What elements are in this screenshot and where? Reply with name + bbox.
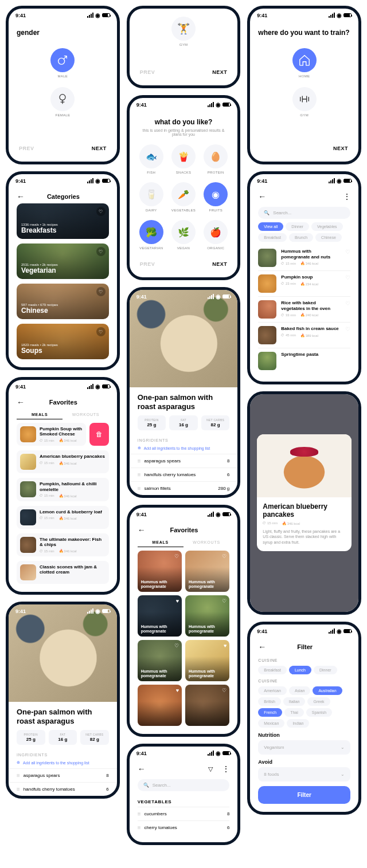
recipe-image	[257, 434, 352, 497]
filter-pill[interactable]: Spanish	[306, 708, 332, 717]
macro-stat: PROTEIN25 g	[17, 730, 45, 745]
search-input[interactable]: 🔍Search...	[138, 779, 230, 791]
add-all-button[interactable]: ⊕Add all ingridients to the shopping lis…	[9, 759, 117, 768]
filter-pill[interactable]: Dinner	[314, 666, 337, 674]
more-icon[interactable]: ⋮	[343, 192, 350, 201]
select-avoid[interactable]: 8 foods⌄	[258, 767, 350, 781]
option-fruits[interactable]: ◉FRUITS	[202, 182, 229, 212]
favorite-icon[interactable]: ♡	[96, 327, 106, 336]
list-item[interactable]: American blueberry pancakes⏱ 15 min🔥 346…	[17, 450, 109, 473]
list-item[interactable]: Classic scones with jam & clotted cream	[17, 561, 109, 584]
option-home[interactable]: home	[292, 48, 317, 78]
back-button[interactable]: ←	[17, 398, 25, 407]
plus-icon: ⊕	[17, 760, 20, 765]
tab-meals[interactable]: MEALS	[17, 413, 63, 419]
filter-pill[interactable]: Italian	[283, 697, 306, 706]
filter-icon[interactable]: ▽	[208, 765, 213, 773]
back-button[interactable]: ←	[258, 642, 266, 651]
next-button[interactable]: NEXT	[212, 69, 227, 75]
grid-card[interactable]: ♡Hummus with pomegranate	[185, 551, 229, 592]
category-card[interactable]: ♡1336 meals • 1k recipesBreakfasts	[17, 203, 109, 239]
filter-pill[interactable]: Thai	[284, 708, 304, 717]
prev-button[interactable]: PREV	[140, 69, 155, 75]
list-item[interactable]: Springtime pasta	[258, 348, 350, 374]
filter-pill[interactable]: Breakfast	[258, 233, 287, 242]
recipe-title: American blueberry pancakes	[263, 503, 346, 519]
option-dairy[interactable]: 🥛DAIRY	[138, 182, 165, 212]
favorite-icon[interactable]: ♡	[96, 287, 106, 296]
filter-pill[interactable]: Breakfast	[258, 666, 287, 674]
favorite-icon[interactable]: ♡	[96, 207, 106, 216]
tab-workouts[interactable]: WORKOUTS	[63, 413, 108, 419]
favorite-icon[interactable]: ♡	[174, 553, 179, 559]
tab-workouts[interactable]: WORKOUTS	[184, 540, 229, 547]
next-button[interactable]: NEXT	[92, 146, 107, 151]
grid-card[interactable]: ♡	[185, 685, 229, 726]
list-item[interactable]: Lemon curd & blueberry loaf⏱ 15 min🔥 346…	[17, 506, 109, 529]
delete-button[interactable]: 🗑	[89, 423, 109, 446]
filter-pill[interactable]: American	[258, 686, 287, 695]
filter-pill[interactable]: Vegetables	[311, 222, 343, 231]
next-button[interactable]: NEXT	[212, 261, 227, 267]
category-card[interactable]: ♡2531 meals • 2k recipesVegetarian	[17, 243, 109, 279]
filter-button[interactable]: Filter	[258, 786, 350, 804]
select-nutrition[interactable]: Veganism⌄	[258, 740, 350, 755]
grid-card[interactable]: ♡Hummus with pomegranate	[138, 551, 182, 592]
option-vegetables[interactable]: 🥕VEGETABLES	[170, 182, 197, 212]
option-organic[interactable]: 🍎ORGANIC	[202, 220, 229, 250]
option-vegan[interactable]: 🌿VEGAN	[170, 220, 197, 250]
back-button[interactable]: ←	[138, 525, 146, 535]
list-item[interactable]: Pumpkin soup⏱ 23 min🔥 234 kcal♡	[258, 271, 350, 297]
list-item[interactable]: Pumpkin, halloumi & chilli omelette⏱ 15 …	[17, 478, 109, 501]
screen-recipe-modal: American blueberry pancakes ⏱ 15 min🔥 34…	[247, 391, 361, 615]
grid-card[interactable]: ♡Hummus with pomegranate	[138, 640, 182, 681]
filter-pill[interactable]: British	[258, 697, 280, 706]
tab-meals[interactable]: MEALS	[138, 540, 184, 547]
more-icon[interactable]: ⋮	[222, 764, 229, 773]
option-female[interactable]: female	[50, 87, 75, 117]
filter-pill[interactable]: View all	[258, 222, 283, 231]
category-card[interactable]: ♡587 meals • 679 recipesChinese	[17, 284, 109, 319]
macro-stat: FAT16 g	[169, 415, 198, 430]
section-heading: VEGETABLES	[138, 795, 230, 807]
filter-pill[interactable]: Chinese	[315, 233, 342, 242]
filter-pill[interactable]: Mexican	[258, 719, 284, 728]
option-fish[interactable]: 🐟FISH	[138, 144, 165, 174]
list-item[interactable]: Baked fish in cream sauce⏱ 45 min🔥 389 k…	[258, 323, 350, 348]
list-item[interactable]: Pumpkin Soup with Smoked Cheese⏱ 15 min🔥…	[17, 423, 86, 446]
back-button[interactable]: ←	[17, 192, 25, 201]
option-male[interactable]: male	[50, 48, 75, 78]
next-button[interactable]: NEXT	[333, 146, 348, 151]
favorite-icon[interactable]: ♡	[345, 249, 350, 255]
option-gym[interactable]: 🏋gym	[138, 17, 230, 46]
grid-card[interactable]: ♡Hummus with pomegranate	[185, 595, 229, 637]
prev-button[interactable]: PREV	[140, 261, 155, 267]
list-item[interactable]: Hummus with pomegranate and nuts⏱ 15 min…	[258, 245, 350, 271]
list-item[interactable]: Rice with baked vegetables in the oven⏱ …	[258, 297, 350, 323]
back-button[interactable]: ←	[258, 192, 266, 201]
filter-pill[interactable]: Australian	[313, 686, 342, 695]
add-all-button[interactable]: ⊕Add all ingridients to the shopping lis…	[130, 445, 238, 454]
filter-pill[interactable]: Indian	[287, 719, 309, 728]
svg-point-1	[60, 95, 65, 100]
prev-button[interactable]: PREV	[19, 146, 34, 151]
option-protein[interactable]: 🥚PROTEIN	[202, 144, 229, 174]
screen-search-ingredients: 9:41◉ ←▽⋮ 🔍Search... VEGETABLES ≡cucumbe…	[127, 744, 241, 845]
option-snacks[interactable]: 🍟SNACKS	[170, 144, 197, 174]
option-gym[interactable]: gym	[292, 87, 317, 117]
grid-card[interactable]: ♥Hummus with pomegranate	[138, 595, 182, 637]
option-vegetarian[interactable]: 🥦VEGETARIAN	[138, 220, 165, 250]
back-button[interactable]: ←	[138, 764, 146, 773]
list-item[interactable]: The ultimate makeover: Fish & chips⏱ 15 …	[17, 533, 109, 556]
favorite-icon[interactable]: ♡	[96, 247, 106, 256]
filter-pill[interactable]: Lunch	[289, 666, 311, 674]
filter-pill[interactable]: Dinner	[286, 222, 309, 231]
category-card[interactable]: ♡1823 meals • 2k recipesSoups	[17, 324, 109, 359]
grid-card[interactable]: ♥	[138, 685, 182, 726]
grid-card[interactable]: ♥Hummus with pomegranate	[185, 640, 229, 681]
filter-pill[interactable]: Asian	[289, 686, 311, 695]
filter-pill[interactable]: Greek	[307, 697, 330, 706]
search-input[interactable]: 🔍Search...	[258, 207, 350, 219]
filter-pill[interactable]: Brunch	[289, 233, 313, 242]
filter-pill[interactable]: French	[258, 708, 282, 717]
